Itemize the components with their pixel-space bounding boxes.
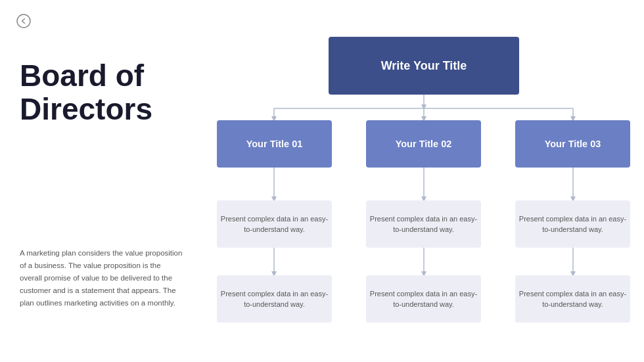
col1-label: Your Title 01 <box>246 139 303 149</box>
sub-r2-c1-box: Present complex data in an easy-to-under… <box>217 275 332 323</box>
col2-box[interactable]: Your Title 02 <box>366 120 481 168</box>
svg-marker-12 <box>421 104 426 110</box>
col3-label: Your Title 03 <box>545 139 601 149</box>
sub-r2-c2-box: Present complex data in an easy-to-under… <box>366 275 481 323</box>
sub-r1-c1-box: Present complex data in an easy-to-under… <box>217 200 332 248</box>
diagram-area: Write Your Title Your Title 01 Your Titl… <box>204 0 644 362</box>
sub-r2-c3-box: Present complex data in an easy-to-under… <box>515 275 630 323</box>
root-box[interactable]: Write Your Title <box>329 37 519 95</box>
description-text: A marketing plan considers the value pro… <box>20 247 184 309</box>
sub-r2-c1-text: Present complex data in an easy-to-under… <box>217 288 332 310</box>
back-icon[interactable] <box>14 12 33 30</box>
sub-r2-c3-text: Present complex data in an easy-to-under… <box>515 288 630 310</box>
board-title: Board of Directors <box>20 59 152 125</box>
col1-box[interactable]: Your Title 01 <box>217 120 332 168</box>
sub-r1-c2-text: Present complex data in an easy-to-under… <box>366 214 481 235</box>
sub-r1-c1-text: Present complex data in an easy-to-under… <box>217 214 332 235</box>
slide-page: Board of Directors A marketing plan cons… <box>0 0 644 362</box>
sub-r2-c2-text: Present complex data in an easy-to-under… <box>366 288 481 310</box>
svg-point-0 <box>17 14 30 28</box>
col3-box[interactable]: Your Title 03 <box>515 120 630 168</box>
sub-r1-c3-text: Present complex data in an easy-to-under… <box>515 214 630 235</box>
sub-r1-c3-box: Present complex data in an easy-to-under… <box>515 200 630 248</box>
col2-label: Your Title 02 <box>396 139 452 149</box>
root-box-label: Write Your Title <box>381 59 467 73</box>
sub-r1-c2-box: Present complex data in an easy-to-under… <box>366 200 481 248</box>
